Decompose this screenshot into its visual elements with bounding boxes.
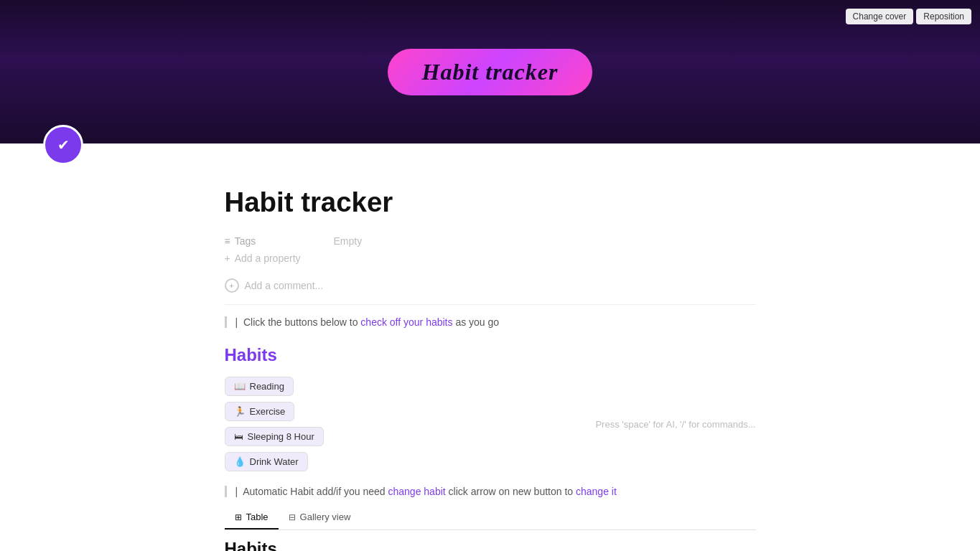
callout-block-2: | Automatic Habit add/if you need change… <box>225 486 756 497</box>
properties-section: ≡ Tags Empty + Add a property <box>225 232 756 267</box>
reposition-button[interactable]: Reposition <box>916 9 971 24</box>
comment-placeholder[interactable]: Add a comment... <box>245 280 324 291</box>
habit-sleeping-label: Sleeping 8 Hour <box>248 431 314 442</box>
habit-drinkwater[interactable]: 💧 Drink Water <box>225 452 308 471</box>
habit-sleeping[interactable]: 🛏 Sleeping 8 Hour <box>225 427 324 446</box>
page-content: Habit tracker ≡ Tags Empty + Add a prope… <box>167 143 813 551</box>
tab-table[interactable]: ⊞ Table <box>225 506 279 529</box>
add-property-row[interactable]: + Add a property <box>225 250 756 267</box>
habit-reading[interactable]: 📖 Reading <box>225 377 294 396</box>
habit-drinkwater-icon: 💧 <box>234 456 246 467</box>
tab-table-label: Table <box>246 512 269 522</box>
habit-exercise-icon: 🏃 <box>234 406 246 417</box>
cover-image: Habit tracker Change cover Reposition ✔ <box>0 0 980 143</box>
tags-label: ≡ Tags <box>225 235 325 247</box>
tags-value[interactable]: Empty <box>334 235 363 247</box>
tab-gallery[interactable]: ⊟ Gallery view <box>279 506 361 529</box>
cover-action-buttons: Change cover Reposition <box>846 9 971 24</box>
section-title-bottom: Habits <box>225 539 756 551</box>
habits-row: 📖 Reading 🏃 Exercise 🛏 Sleeping 8 Hour 💧… <box>225 377 756 471</box>
comment-row: + Add a comment... <box>225 278 756 305</box>
tab-gallery-label: Gallery view <box>300 512 351 522</box>
table-icon: ⊞ <box>235 512 242 522</box>
tags-property-row: ≡ Tags Empty <box>225 232 756 250</box>
habit-exercise-label: Exercise <box>250 406 286 417</box>
page-icon[interactable]: ✔ <box>43 125 83 165</box>
habit-sleeping-icon: 🛏 <box>234 431 243 442</box>
habit-exercise[interactable]: 🏃 Exercise <box>225 402 295 421</box>
change-cover-button[interactable]: Change cover <box>846 9 914 24</box>
habit-drinkwater-label: Drink Water <box>250 456 299 467</box>
callout-text-2: | Automatic Habit add/if you need change… <box>235 486 617 497</box>
habits-heading: Habits <box>225 345 756 365</box>
callout-link2-change[interactable]: change habit <box>388 486 446 497</box>
habit-reading-icon: 📖 <box>234 381 246 392</box>
add-property-label: Add a property <box>235 253 301 264</box>
page-title: Habit tracker <box>225 187 756 218</box>
cover-title-badge: Habit tracker <box>388 49 593 95</box>
callout-link2-changeit[interactable]: change it <box>576 486 617 497</box>
gallery-icon: ⊟ <box>289 512 296 522</box>
view-tabs: ⊞ Table ⊟ Gallery view <box>225 506 756 530</box>
callout-text-1: | Click the buttons below to check off y… <box>235 316 500 328</box>
press-hint: Press 'space' for AI, '/' for commands..… <box>595 419 755 430</box>
page-icon-emoji: ✔ <box>57 136 70 154</box>
cover-title-text: Habit tracker <box>422 59 559 85</box>
habit-reading-label: Reading <box>250 381 284 392</box>
callout-block-1: | Click the buttons below to check off y… <box>225 316 756 328</box>
plus-icon: + <box>225 253 230 264</box>
tags-icon: ≡ <box>225 235 230 247</box>
comment-icon: + <box>225 278 239 293</box>
callout-link-check[interactable]: check off your habits <box>360 316 452 328</box>
